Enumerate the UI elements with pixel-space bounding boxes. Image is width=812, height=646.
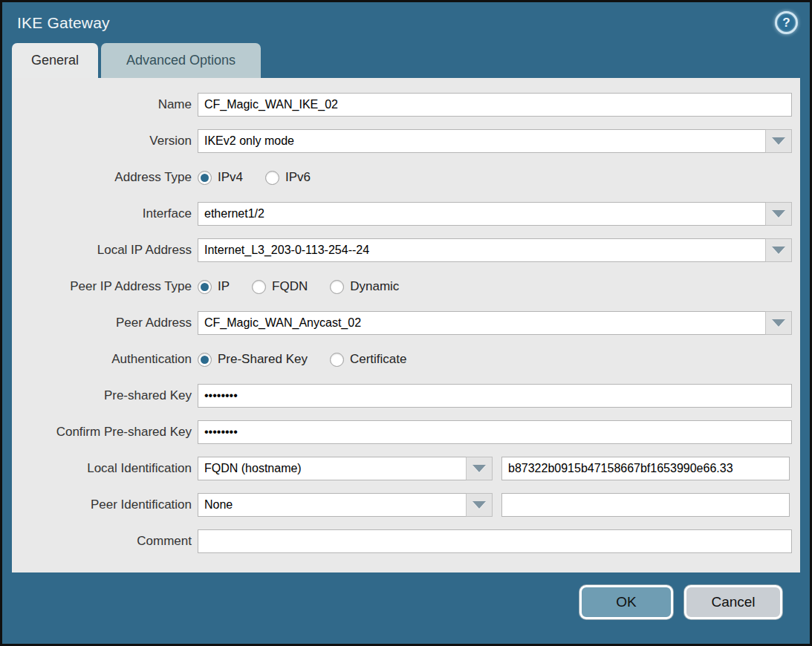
local-ip-address-input[interactable] bbox=[198, 238, 766, 262]
interface-row: Interface bbox=[12, 202, 800, 226]
peer-identification-value-input[interactable] bbox=[501, 493, 790, 517]
peer-address-dropdown-button[interactable] bbox=[766, 311, 792, 335]
peer-identification-row: Peer Identification bbox=[12, 493, 800, 517]
chevron-down-icon bbox=[772, 247, 785, 254]
local-identification-value-input[interactable] bbox=[501, 457, 790, 480]
radio-certificate[interactable]: Certificate bbox=[330, 352, 407, 367]
local-ip-address-label: Local IP Address bbox=[12, 243, 192, 258]
radio-certificate-label: Certificate bbox=[350, 352, 407, 367]
radio-dynamic[interactable]: Dynamic bbox=[330, 279, 399, 294]
radio-ip[interactable]: IP bbox=[198, 279, 230, 294]
confirm-pre-shared-key-input[interactable] bbox=[198, 420, 792, 444]
interface-input[interactable] bbox=[198, 202, 766, 226]
radio-selected-icon bbox=[198, 171, 212, 185]
peer-address-input[interactable] bbox=[198, 311, 766, 335]
local-ip-address-dropdown-button[interactable] bbox=[766, 238, 792, 262]
interface-label: Interface bbox=[12, 206, 192, 221]
peer-ip-address-type-row: Peer IP Address Type IP FQDN Dynamic bbox=[12, 275, 800, 298]
address-type-label: Address Type bbox=[12, 170, 192, 185]
pre-shared-key-label: Pre-shared Key bbox=[12, 388, 192, 403]
local-identification-row: Local Identification bbox=[12, 457, 800, 480]
titlebar: IKE Gateway ? bbox=[2, 2, 810, 43]
radio-unselected-icon bbox=[252, 280, 266, 294]
peer-address-label: Peer Address bbox=[12, 316, 192, 330]
chevron-down-icon bbox=[772, 137, 785, 145]
chevron-down-icon bbox=[772, 319, 785, 327]
radio-dynamic-label: Dynamic bbox=[350, 279, 399, 294]
radio-unselected-icon bbox=[265, 171, 279, 185]
version-input[interactable] bbox=[198, 129, 766, 153]
general-tab-panel: Name Version Address Type IPv4 bbox=[12, 78, 800, 572]
local-identification-label: Local Identification bbox=[12, 461, 192, 476]
pre-shared-key-input[interactable] bbox=[198, 384, 792, 408]
tab-bar: General Advanced Options bbox=[2, 43, 810, 78]
peer-identification-dropdown-button[interactable] bbox=[467, 493, 493, 517]
tab-advanced-options[interactable]: Advanced Options bbox=[101, 43, 261, 78]
radio-selected-icon bbox=[198, 280, 212, 294]
comment-label: Comment bbox=[12, 534, 192, 549]
peer-identification-type-select[interactable] bbox=[198, 493, 467, 517]
version-row: Version bbox=[12, 129, 800, 153]
name-label: Name bbox=[12, 97, 192, 112]
version-label: Version bbox=[12, 134, 192, 149]
radio-ipv4[interactable]: IPv4 bbox=[198, 170, 243, 185]
footer: OK Cancel bbox=[2, 572, 810, 619]
radio-ipv4-label: IPv4 bbox=[218, 170, 243, 185]
authentication-label: Authentication bbox=[12, 352, 192, 367]
comment-row: Comment bbox=[12, 529, 800, 553]
radio-pre-shared-key[interactable]: Pre-Shared Key bbox=[198, 352, 308, 367]
interface-dropdown-button[interactable] bbox=[766, 202, 792, 226]
chevron-down-icon bbox=[772, 210, 785, 218]
local-identification-type-select[interactable] bbox=[198, 457, 467, 480]
ike-gateway-dialog: IKE Gateway ? General Advanced Options N… bbox=[0, 0, 812, 646]
radio-ipv6[interactable]: IPv6 bbox=[265, 170, 311, 185]
local-identification-dropdown-button[interactable] bbox=[467, 457, 493, 480]
tab-general[interactable]: General bbox=[12, 43, 98, 78]
dialog-title: IKE Gateway bbox=[17, 14, 110, 32]
name-input[interactable] bbox=[198, 93, 792, 117]
peer-ip-address-type-label: Peer IP Address Type bbox=[12, 279, 192, 294]
comment-input[interactable] bbox=[198, 529, 792, 553]
ok-button[interactable]: OK bbox=[579, 585, 673, 619]
confirm-pre-shared-key-row: Confirm Pre-shared Key bbox=[12, 420, 800, 444]
pre-shared-key-row: Pre-shared Key bbox=[12, 384, 800, 408]
radio-unselected-icon bbox=[330, 280, 344, 294]
radio-selected-icon bbox=[198, 353, 212, 367]
cancel-button[interactable]: Cancel bbox=[684, 585, 782, 619]
radio-pre-shared-key-label: Pre-Shared Key bbox=[218, 352, 308, 367]
radio-ipv6-label: IPv6 bbox=[285, 170, 311, 185]
radio-fqdn-label: FQDN bbox=[272, 279, 308, 294]
name-row: Name bbox=[12, 93, 800, 117]
peer-identification-label: Peer Identification bbox=[12, 497, 192, 512]
authentication-row: Authentication Pre-Shared Key Certificat… bbox=[12, 348, 800, 371]
radio-ip-label: IP bbox=[218, 279, 230, 294]
help-icon[interactable]: ? bbox=[775, 11, 798, 34]
version-dropdown-button[interactable] bbox=[766, 129, 792, 153]
confirm-pre-shared-key-label: Confirm Pre-shared Key bbox=[12, 425, 192, 440]
radio-fqdn[interactable]: FQDN bbox=[252, 279, 308, 294]
local-ip-address-row: Local IP Address bbox=[12, 238, 800, 262]
peer-address-row: Peer Address bbox=[12, 311, 800, 335]
chevron-down-icon bbox=[472, 465, 486, 472]
address-type-row: Address Type IPv4 IPv6 bbox=[12, 166, 800, 189]
chevron-down-icon bbox=[472, 501, 486, 509]
radio-unselected-icon bbox=[330, 353, 344, 367]
